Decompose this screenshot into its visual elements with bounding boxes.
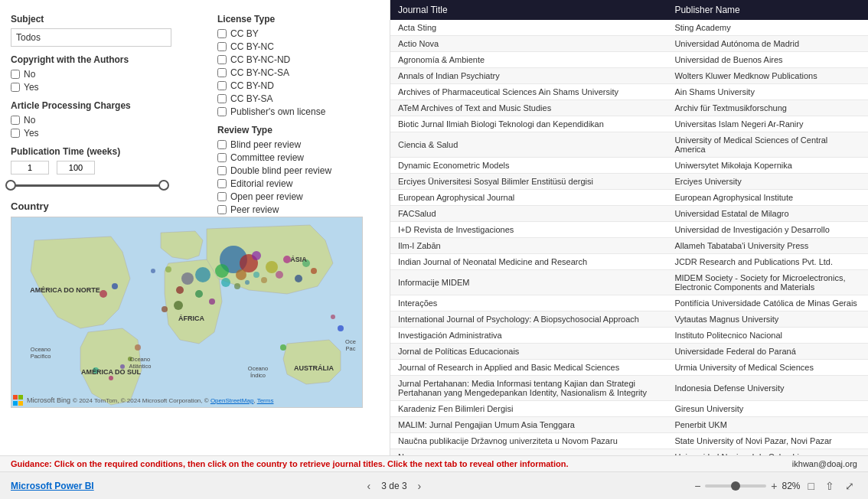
review-editorial[interactable]: Editorial review (217, 178, 386, 189)
table-row[interactable]: MALIM: Jurnal Pengajian Umum Asia Tengga… (390, 417, 868, 433)
range-slider[interactable] (11, 178, 202, 193)
apc-label: Article Processing Charges (11, 100, 202, 111)
zoom-out-button[interactable]: − (694, 480, 700, 492)
publisher-name-cell: Urmia University of Medical Sciences (667, 360, 868, 376)
publisher-name-cell: Allameh Tabataba'i University Press (667, 238, 868, 254)
review-peer[interactable]: Peer review (217, 204, 386, 215)
copyright-no[interactable]: No (11, 69, 202, 80)
svg-point-5 (252, 251, 261, 260)
table-row[interactable]: Agronomía & AmbienteUniversidad de Bueno… (390, 52, 868, 68)
svg-text:Índico: Índico (250, 372, 266, 379)
range-max: 100 (57, 161, 95, 174)
license-cc-by-sa[interactable]: CC BY-SA (217, 93, 386, 104)
review-blind-peer-checkbox[interactable] (217, 140, 227, 149)
table-row[interactable]: FACSaludUniversidad Estatal de Milagro (390, 206, 868, 222)
svg-point-12 (195, 290, 203, 298)
table-row[interactable]: Ciencia & SaludUniversity of Medical Sci… (390, 132, 868, 158)
table-row[interactable]: Jornal de Políticas EducacionaisUniversi… (390, 344, 868, 360)
table-row[interactable]: Erciyes Üniversitesi Sosyal Bilimler Ens… (390, 174, 868, 190)
svg-point-7 (266, 261, 278, 273)
table-row[interactable]: Dynamic Econometric ModelsUniwersytet Mi… (390, 158, 868, 174)
table-row[interactable]: Annals of Indian PsychiatryWolters Kluwe… (390, 68, 868, 84)
pagination-text: 3 de 3 (381, 481, 406, 491)
publisher-name-cell: Universidad de Investigación y Desarroll… (667, 222, 868, 238)
svg-point-31 (151, 269, 155, 273)
license-cc-by-nc-sa-checkbox[interactable] (217, 68, 227, 77)
apc-no-checkbox[interactable] (11, 116, 20, 125)
review-committee[interactable]: Committee review (217, 152, 386, 163)
table-row[interactable]: Archives of Pharmaceutical Sciences Ain … (390, 84, 868, 100)
table-row[interactable]: Investigación AdministrativaInstituto Po… (390, 328, 868, 344)
license-cc-by-sa-checkbox[interactable] (217, 94, 227, 103)
zoom-bar: − + 82% □ ⇧ ⤢ (694, 478, 857, 494)
review-peer-checkbox[interactable] (217, 205, 227, 214)
table-row[interactable]: Journal of Research in Applied and Basic… (390, 360, 868, 376)
review-blind-peer[interactable]: Blind peer review (217, 139, 386, 150)
powerbi-link[interactable]: Microsoft Power BI (11, 481, 94, 491)
svg-point-20 (112, 283, 118, 289)
license-cc-by-nc-sa[interactable]: CC BY-NC-SA (217, 67, 386, 78)
zoom-slider[interactable] (705, 484, 766, 488)
license-cc-by-nc[interactable]: CC BY-NC (217, 41, 386, 52)
journal-title-cell: Acta Sting (390, 20, 667, 36)
license-cc-by-nc-nd-checkbox[interactable] (217, 55, 227, 64)
publisher-name-cell: Penerbit UKM (667, 417, 868, 433)
table-row[interactable]: Indian Journal of Neonatal Medicine and … (390, 254, 868, 270)
copyright-yes[interactable]: Yes (11, 82, 202, 93)
bing-logo: Microsoft Bing (13, 395, 70, 406)
subject-select[interactable]: Todos (11, 28, 171, 47)
review-double-blind-checkbox[interactable] (217, 166, 227, 175)
expand-button[interactable]: ⤢ (842, 478, 857, 494)
footer: Guidance: Click on the required conditio… (0, 455, 868, 471)
review-committee-checkbox[interactable] (217, 153, 227, 162)
apc-yes-checkbox[interactable] (11, 129, 20, 138)
license-cc-by-nd[interactable]: CC BY-ND (217, 80, 386, 91)
journal-title-cell: Investigación Administrativa (390, 328, 667, 344)
apc-no[interactable]: No (11, 115, 202, 126)
table-row[interactable]: ATeM Archives of Text and Music StudiesA… (390, 100, 868, 116)
svg-point-32 (165, 266, 171, 272)
svg-point-19 (100, 290, 107, 298)
table-row[interactable]: InteraçõesPontifícia Universidade Católi… (390, 295, 868, 311)
apc-yes[interactable]: Yes (11, 128, 202, 139)
license-cc-by-nd-checkbox[interactable] (217, 81, 227, 90)
table-row[interactable]: Actio NovaUniversidad Autónoma de Madrid (390, 36, 868, 52)
license-cc-by-checkbox[interactable] (217, 29, 227, 38)
copyright-yes-checkbox[interactable] (11, 83, 20, 92)
publisher-name-cell: Instituto Politecnico Nacional (667, 328, 868, 344)
license-publishers-own[interactable]: Publisher's own license (217, 106, 386, 117)
range-thumb-left[interactable] (5, 180, 16, 191)
svg-text:Oceano: Oceano (130, 356, 150, 363)
table-row[interactable]: Ilm-I ZabānAllameh Tabataba'i University… (390, 238, 868, 254)
fullscreen-button[interactable]: □ (805, 478, 817, 494)
review-double-blind[interactable]: Double blind peer review (217, 165, 386, 176)
table-row[interactable]: International Journal of Psychology: A B… (390, 311, 868, 328)
license-cc-by-nc-checkbox[interactable] (217, 42, 227, 51)
review-open-peer[interactable]: Open peer review (217, 191, 386, 202)
table-row[interactable]: Karadeniz Fen Bilimleri DergisiGiresun U… (390, 401, 868, 417)
table-row[interactable]: I+D Revista de InvestigacionesUniversida… (390, 222, 868, 238)
map-container[interactable]: AMÉRICA DO NORTE ÁSIA ÁFRICA AMÉRICA DO … (11, 217, 363, 408)
table-row[interactable]: Jurnal Pertahanan: Media Informasi tenta… (390, 376, 868, 401)
publisher-name-cell: Uniwersytet Mikołaja Kopernika (667, 158, 868, 174)
table-row[interactable]: Acta StingSting Academy (390, 20, 868, 36)
range-thumb-right[interactable] (158, 180, 169, 191)
table-row[interactable]: NovumUniversidad Nacional de Colombia (390, 449, 868, 456)
table-row[interactable]: Naučna publikacije Državnog univerziteta… (390, 433, 868, 449)
publisher-name-cell: Universidad de Buenos Aires (667, 52, 868, 68)
license-cc-by[interactable]: CC BY (217, 28, 386, 39)
license-publishers-own-checkbox[interactable] (217, 107, 227, 116)
copyright-no-checkbox[interactable] (11, 70, 20, 79)
table-row[interactable]: Informacije MIDEMMIDEM Society - Society… (390, 270, 868, 295)
table-row[interactable]: Biotic Jurnal Ilmiah Biologi Teknologi d… (390, 116, 868, 132)
share-button[interactable]: ⇧ (822, 478, 837, 494)
svg-point-21 (135, 344, 141, 351)
prev-page-button[interactable]: ‹ (364, 480, 374, 492)
review-open-peer-checkbox[interactable] (217, 192, 227, 201)
review-editorial-checkbox[interactable] (217, 179, 227, 188)
table-row[interactable]: European Agrophysical JournalEuropean Ag… (390, 190, 868, 206)
next-page-button[interactable]: › (415, 480, 425, 492)
copyright-text: © 2024 TomTom, © 2024 Microsoft Corporat… (73, 397, 273, 404)
zoom-in-button[interactable]: + (771, 480, 777, 492)
license-cc-by-nc-nd[interactable]: CC BY-NC-ND (217, 54, 386, 65)
